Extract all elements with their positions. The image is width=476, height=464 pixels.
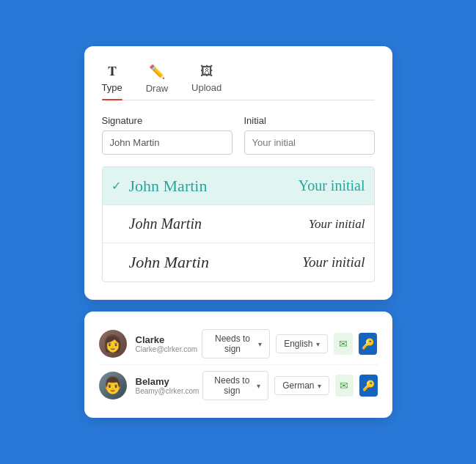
avatar-belamy: 👨 bbox=[99, 372, 127, 399]
upload-icon: 🖼 bbox=[200, 64, 213, 79]
check-icon: ✓ bbox=[111, 179, 129, 193]
tabs-container: 𝐓 Type ✏️ Draw 🖼 Upload bbox=[102, 64, 375, 100]
language-arrow-clarke: ▾ bbox=[316, 340, 320, 348]
signature-field-group: Signature bbox=[102, 115, 232, 155]
language-dropdown-clarke[interactable]: English ▾ bbox=[276, 334, 327, 353]
signer-row-clarke: 👩 Clarke Clarke@clrker.com Needs to sign… bbox=[99, 323, 378, 364]
status-dropdown-clarke[interactable]: Needs to sign ▾ bbox=[202, 329, 270, 358]
key-icon-belamy: 🔑 bbox=[362, 380, 375, 391]
tab-draw-label: Draw bbox=[146, 83, 168, 94]
signer-info-clarke: Clarke Clarke@clrker.com bbox=[136, 334, 193, 353]
type-icon: 𝐓 bbox=[108, 64, 117, 79]
language-dropdown-belamy[interactable]: German ▾ bbox=[274, 376, 329, 395]
avatar-face-belamy: 👨 bbox=[103, 378, 122, 394]
email-icon-belamy: ✉ bbox=[340, 380, 348, 391]
signature-option-3[interactable]: John Martin Your initial bbox=[103, 243, 374, 281]
key-icon-clarke: 🔑 bbox=[362, 338, 374, 350]
signature-option-2[interactable]: John Martin Your initial bbox=[103, 205, 374, 243]
initial-preview-2: Your initial bbox=[309, 217, 365, 232]
signer-name-belamy: Belamy bbox=[136, 376, 194, 387]
key-button-belamy[interactable]: 🔑 bbox=[359, 375, 378, 397]
signature-preview-1: John Martin bbox=[129, 177, 299, 196]
key-button-clarke[interactable]: 🔑 bbox=[359, 333, 378, 355]
tab-upload-label: Upload bbox=[191, 82, 221, 93]
signature-options: ✓ John Martin Your initial John Martin Y… bbox=[102, 166, 375, 282]
initial-preview-3: Your initial bbox=[302, 254, 365, 270]
language-label-belamy: German bbox=[282, 380, 314, 391]
signer-controls-belamy: Needs to sign ▾ German ▾ ✉ 🔑 bbox=[202, 371, 378, 400]
signer-name-clarke: Clarke bbox=[136, 334, 193, 345]
signature-preview-3: John Martin bbox=[129, 253, 303, 272]
tab-draw[interactable]: ✏️ Draw bbox=[146, 64, 168, 100]
initial-label: Initial bbox=[244, 115, 375, 126]
status-arrow-belamy: ▾ bbox=[257, 382, 260, 390]
tab-type[interactable]: 𝐓 Type bbox=[102, 64, 122, 100]
signer-email-clarke: Clarke@clrker.com bbox=[136, 345, 193, 353]
signer-email-belamy: Beamy@clrker.com bbox=[136, 387, 194, 395]
email-button-belamy[interactable]: ✉ bbox=[335, 375, 354, 397]
signer-row-belamy: 👨 Belamy Beamy@clrker.com Needs to sign … bbox=[99, 364, 378, 406]
signature-label: Signature bbox=[102, 115, 232, 126]
tab-upload[interactable]: 🖼 Upload bbox=[191, 64, 221, 100]
email-icon-clarke: ✉ bbox=[339, 338, 348, 350]
initial-input[interactable] bbox=[244, 130, 375, 155]
signature-card: 𝐓 Type ✏️ Draw 🖼 Upload Signature Initia… bbox=[84, 46, 392, 300]
signature-option-1[interactable]: ✓ John Martin Your initial bbox=[103, 167, 374, 205]
signature-input[interactable] bbox=[102, 130, 232, 155]
signers-card: 👩 Clarke Clarke@clrker.com Needs to sign… bbox=[84, 312, 392, 418]
language-label-clarke: English bbox=[284, 339, 312, 349]
status-label-clarke: Needs to sign bbox=[210, 334, 255, 354]
initial-field-group: Initial bbox=[244, 115, 375, 155]
status-label-belamy: Needs to sign bbox=[210, 375, 255, 396]
signer-info-belamy: Belamy Beamy@clrker.com bbox=[136, 376, 194, 395]
status-arrow-clarke: ▾ bbox=[258, 340, 262, 348]
input-fields-row: Signature Initial bbox=[102, 115, 375, 155]
draw-icon: ✏️ bbox=[149, 64, 165, 80]
language-arrow-belamy: ▾ bbox=[318, 382, 321, 390]
email-button-clarke[interactable]: ✉ bbox=[334, 333, 353, 355]
signer-controls-clarke: Needs to sign ▾ English ▾ ✉ 🔑 bbox=[202, 329, 378, 358]
tab-type-label: Type bbox=[102, 82, 122, 93]
signature-preview-2: John Martin bbox=[129, 216, 310, 232]
avatar-clarke: 👩 bbox=[99, 330, 127, 358]
status-dropdown-belamy[interactable]: Needs to sign ▾ bbox=[202, 371, 269, 400]
initial-preview-1: Your initial bbox=[299, 177, 365, 194]
avatar-face-clarke: 👩 bbox=[103, 336, 122, 352]
